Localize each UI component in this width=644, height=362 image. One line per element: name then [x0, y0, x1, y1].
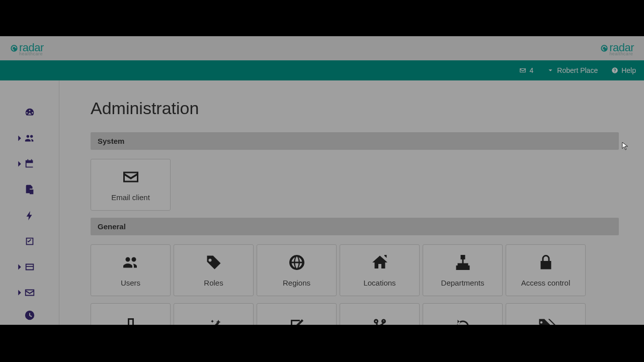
- radar-swirl-icon: [10, 44, 18, 52]
- section-header-system: System: [91, 132, 619, 150]
- edit-icon: [286, 317, 307, 325]
- calendar-icon: [24, 158, 35, 169]
- brand-logo-left: radar healthcare: [10, 41, 44, 55]
- chevron-right-icon: [14, 261, 25, 273]
- tile-label: Locations: [363, 279, 395, 287]
- chevron-right-icon: [14, 158, 25, 169]
- bolt-icon: [24, 210, 35, 221]
- tile-partial-3[interactable]: [257, 303, 337, 325]
- home-icon: [369, 253, 390, 272]
- user-menu[interactable]: Robert Place: [546, 66, 598, 74]
- sidebar-item-activity[interactable]: [0, 203, 59, 228]
- users-icon: [24, 133, 35, 144]
- sidebar-item-documents[interactable]: [0, 177, 59, 203]
- dashboard-icon: [24, 107, 35, 118]
- envelope-icon: [24, 287, 35, 298]
- sidebar-item-history[interactable]: [0, 306, 59, 325]
- brand-logo-right: radar healthcare: [600, 41, 634, 55]
- users-icon: [120, 253, 141, 272]
- tile-label: Users: [121, 279, 140, 287]
- branch-icon: [369, 317, 390, 325]
- sidebar-item-tasks[interactable]: [0, 228, 59, 254]
- content-area: Administration System Email client Gener…: [59, 80, 644, 325]
- tile-email-client[interactable]: Email client: [91, 159, 171, 211]
- tile-partial-2[interactable]: [174, 303, 254, 325]
- general-tiles-row2: [91, 303, 619, 325]
- main-area: Administration System Email client Gener…: [0, 80, 644, 325]
- globe-icon: [286, 253, 307, 272]
- tile-regions[interactable]: Regions: [257, 244, 337, 296]
- tile-departments[interactable]: Departments: [423, 244, 503, 296]
- tag-icon: [203, 253, 224, 272]
- lock-icon: [535, 253, 556, 272]
- tile-label: Email client: [111, 193, 150, 202]
- inbox-count: 4: [529, 66, 533, 74]
- help-icon: [611, 67, 619, 74]
- general-tiles-row1: Users Roles Regions Locations Department…: [91, 244, 619, 296]
- tile-partial-5[interactable]: [423, 303, 503, 325]
- radar-swirl-icon: [600, 44, 608, 52]
- tags-icon: [535, 317, 556, 325]
- sidebar-item-users[interactable]: [0, 125, 59, 151]
- check-square-icon: [24, 236, 35, 247]
- tile-label: Departments: [441, 279, 485, 287]
- tile-roles[interactable]: Roles: [174, 244, 254, 296]
- help-label: Help: [621, 66, 636, 74]
- tile-partial-6[interactable]: [506, 303, 586, 325]
- tile-label: Roles: [204, 279, 223, 287]
- clock-icon: [24, 310, 35, 321]
- section-header-general: General: [91, 218, 619, 235]
- inbox-button[interactable]: 4: [519, 66, 533, 74]
- sidebar-item-messages[interactable]: [0, 280, 59, 306]
- tile-access-control[interactable]: Access control: [506, 244, 586, 296]
- tile-locations[interactable]: Locations: [340, 244, 420, 296]
- sitemap-icon: [452, 253, 473, 272]
- sidebar-item-calendar[interactable]: [0, 151, 59, 177]
- tile-partial-4[interactable]: [340, 303, 420, 325]
- system-tiles: Email client: [91, 159, 619, 211]
- sidebar-item-forms[interactable]: [0, 254, 59, 280]
- user-name: Robert Place: [557, 66, 598, 74]
- page-title: Administration: [91, 99, 619, 118]
- chevron-down-icon: [546, 67, 554, 74]
- chevron-right-icon: [14, 133, 25, 144]
- envelope-icon: [120, 168, 141, 186]
- documents-icon: [24, 184, 35, 195]
- logo-bar: radar healthcare radar healthcare: [0, 36, 644, 60]
- brand-subtitle: healthcare: [609, 53, 633, 55]
- tile-partial-1[interactable]: [91, 303, 171, 325]
- tile-label: Access control: [521, 279, 571, 287]
- tile-users[interactable]: Users: [91, 244, 171, 296]
- sidebar-item-dashboard[interactable]: [0, 100, 59, 125]
- top-nav: 4 Robert Place Help: [0, 60, 644, 80]
- wand-icon: [203, 317, 224, 325]
- sidebar: [0, 80, 59, 325]
- undo-icon: [452, 317, 473, 325]
- envelope-icon: [519, 67, 527, 74]
- card-icon: [24, 261, 35, 273]
- chevron-right-icon: [14, 287, 25, 298]
- help-button[interactable]: Help: [611, 66, 636, 74]
- app-viewport: radar healthcare radar healthcare 4 Robe…: [0, 36, 644, 325]
- tile-label: Regions: [283, 279, 310, 287]
- phone-icon: [120, 317, 141, 325]
- brand-subtitle: healthcare: [19, 53, 43, 55]
